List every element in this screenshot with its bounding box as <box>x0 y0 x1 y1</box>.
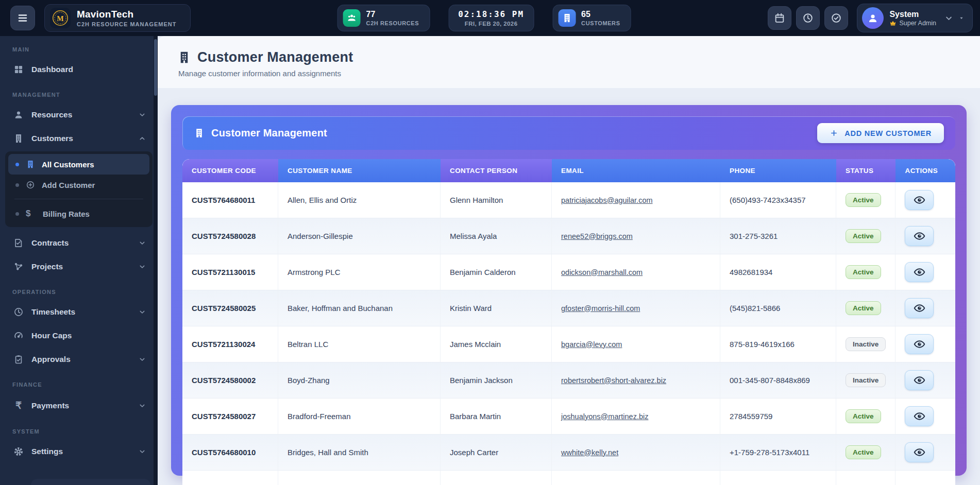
view-customer-button[interactable] <box>905 442 934 462</box>
user-profile-menu[interactable]: System Super Admin <box>857 4 973 32</box>
email-link[interactable]: wwhite@kelly.net <box>561 448 618 457</box>
sidebar-item-add-customer[interactable]: Add Customer <box>8 175 149 195</box>
col-customer-code[interactable]: CUSTOMER CODE <box>182 159 278 182</box>
clock-button[interactable] <box>796 6 820 30</box>
customers-count: 65 <box>581 10 620 19</box>
email-link[interactable]: joshualyons@martinez.biz <box>561 412 648 421</box>
view-customer-button[interactable] <box>905 226 934 246</box>
page-header: Customer Management Manage customer info… <box>158 36 980 88</box>
sidebar-item-settings[interactable]: Settings <box>0 440 158 463</box>
grid-icon <box>13 64 24 75</box>
gear-icon <box>13 446 24 457</box>
contact-person-cell: Kristin Ward <box>441 290 552 326</box>
eye-icon <box>914 338 925 350</box>
email-link[interactable]: robertsrobert@short-alvarez.biz <box>561 376 666 385</box>
customer-management-panel: Customer Management ADD NEW CUSTOMER CUS… <box>171 105 967 476</box>
phone-cell: +1-759-278-5173x4011 <box>720 435 836 470</box>
phone-cell: (650)493-7423x34357 <box>720 182 836 218</box>
view-customer-button[interactable] <box>905 190 934 210</box>
table-row-partial: Active <box>182 471 955 485</box>
customer-code-cell: CUST5724580025 <box>182 290 278 326</box>
main-content: Customer Management Manage customer info… <box>158 36 980 485</box>
email-link[interactable]: odickson@marshall.com <box>561 268 643 276</box>
dollar-icon: $ <box>26 209 36 219</box>
status-badge: Active <box>846 409 881 423</box>
view-customer-button[interactable] <box>905 370 934 390</box>
col-actions[interactable]: ACTIONS <box>895 159 955 182</box>
calendar-icon <box>774 12 785 24</box>
sidebar-item-payments[interactable]: ₹ Payments <box>0 393 158 418</box>
view-customer-button[interactable] <box>905 262 934 282</box>
section-label-operations: OPERATIONS <box>0 279 158 300</box>
section-label-main: MAIN <box>0 36 158 58</box>
customer-code-cell: CUST5721130015 <box>182 254 278 290</box>
status-badge: Active <box>846 193 881 207</box>
sidebar: MAIN Dashboard MANAGEMENT Resources Cust… <box>0 36 158 485</box>
status-badge: Inactive <box>846 373 886 387</box>
col-email[interactable]: EMAIL <box>552 159 720 182</box>
sidebar-item-customers[interactable]: Customers <box>0 127 158 150</box>
email-link[interactable]: bgarcia@levy.com <box>561 340 622 349</box>
col-contact-person[interactable]: CONTACT PERSON <box>441 159 552 182</box>
sidebar-item-billing-rates[interactable]: $ Billing Rates <box>8 203 149 224</box>
contact-person-cell: Benjamin Calderon <box>441 254 552 290</box>
eye-icon <box>914 194 925 206</box>
status-badge: Inactive <box>846 337 886 351</box>
sidebar-item-all-customers[interactable]: All Customers <box>8 154 149 175</box>
clock-icon <box>13 307 24 317</box>
panel-header: Customer Management ADD NEW CUSTOMER <box>182 116 955 150</box>
sidebar-item-contracts[interactable]: Contracts <box>0 231 158 255</box>
email-link[interactable]: patriciajacobs@aguilar.com <box>561 196 653 204</box>
topbar-stats: 77 C2H RESOURCES 02:18:36 PM FRI, FEB 20… <box>337 5 631 31</box>
sidebar-item-hour-caps[interactable]: Hour Caps <box>0 324 158 348</box>
sidebar-scrollbar[interactable] <box>154 36 158 485</box>
phone-cell: 4982681934 <box>720 254 836 290</box>
customer-code-cell: CUST5764680010 <box>182 435 278 470</box>
scrollbar-thumb[interactable] <box>154 39 157 96</box>
email-link[interactable]: gfoster@morris-hill.com <box>561 304 640 313</box>
section-label-management: MANAGEMENT <box>0 81 158 103</box>
chevron-up-icon <box>138 134 146 143</box>
chevron-down-icon <box>138 239 146 247</box>
network-icon <box>13 262 24 272</box>
eye-icon <box>914 410 925 422</box>
plus-circle-icon <box>26 180 35 189</box>
sidebar-item-projects[interactable]: Projects <box>0 255 158 279</box>
clock-time: 02:18:36 PM <box>458 9 524 19</box>
contact-person-cell: Barbara Martin <box>441 399 552 434</box>
customer-name-cell: Armstrong PLC <box>278 254 441 290</box>
page-subtitle: Manage customer information and assignme… <box>178 69 960 78</box>
col-status[interactable]: STATUS <box>836 159 896 182</box>
bullet-dot <box>15 183 19 187</box>
resources-label: C2H RESOURCES <box>366 20 419 26</box>
view-customer-button[interactable] <box>905 298 934 318</box>
view-customer-button[interactable] <box>905 334 934 354</box>
panel-title: Customer Management <box>211 127 327 139</box>
user-name: System <box>889 10 936 19</box>
status-badge: Active <box>846 265 881 279</box>
submenu-divider <box>14 199 143 199</box>
contact-person-cell: Joseph Carter <box>441 435 552 470</box>
clock-badge: 02:18:36 PM FRI, FEB 20, 2026 <box>448 5 534 31</box>
calendar-button[interactable] <box>768 6 791 30</box>
sidebar-item-dashboard[interactable]: Dashboard <box>0 58 158 81</box>
check-button[interactable] <box>824 6 848 30</box>
view-customer-button[interactable] <box>905 406 934 426</box>
sidebar-item-resources[interactable]: Resources <box>0 103 158 127</box>
crown-icon <box>889 20 897 27</box>
col-customer-name[interactable]: CUSTOMER NAME <box>278 159 441 182</box>
sidebar-item-timesheets[interactable]: Timesheets <box>0 300 158 324</box>
customer-code-cell: CUST5764680011 <box>182 182 278 218</box>
email-link[interactable]: renee52@briggs.com <box>561 232 633 240</box>
brand-logo[interactable]: MavionTech C2H RESOURCE MANAGEMENT <box>44 4 191 32</box>
customer-code-cell: CUST5724580027 <box>182 399 278 434</box>
user-icon <box>867 12 879 24</box>
table-row: CUST5764680011 Allen, Ellis and Ortiz Gl… <box>182 182 955 218</box>
sidebar-item-approvals[interactable]: Approvals <box>0 348 158 371</box>
col-phone[interactable]: PHONE <box>720 159 836 182</box>
sidebar-bottom-panel <box>31 479 150 485</box>
plus-icon <box>830 129 838 137</box>
contact-person-cell: Melissa Ayala <box>441 218 552 254</box>
add-new-customer-button[interactable]: ADD NEW CUSTOMER <box>817 123 944 143</box>
menu-toggle-button[interactable] <box>10 6 35 30</box>
